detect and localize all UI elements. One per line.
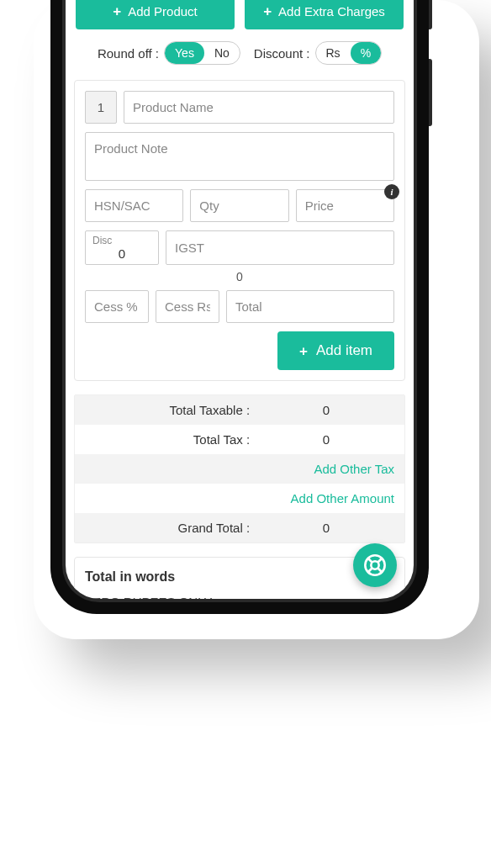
- add-extra-charges-button[interactable]: + Add Extra Charges: [245, 0, 404, 29]
- add-product-button[interactable]: + Add Product: [76, 0, 235, 29]
- svg-line-5: [378, 569, 383, 573]
- cess-pct-input[interactable]: [85, 290, 149, 323]
- product-note-input[interactable]: [85, 132, 394, 181]
- add-extra-charges-label: Add Extra Charges: [278, 4, 385, 19]
- discount-pct-option[interactable]: %: [351, 42, 381, 64]
- total-in-words-value: ZERO RUPEES ONLY: [85, 595, 212, 599]
- app-screen: + Add Product + Add Extra Charges Round …: [66, 0, 414, 599]
- discount-label: Discount :: [254, 46, 310, 61]
- igst-computed-value: 0: [85, 270, 394, 283]
- phone-frame: + Add Product + Add Extra Charges Round …: [50, 0, 429, 614]
- product-card: 1 i Disc 0: [74, 80, 405, 381]
- phone-side-button: [429, 0, 432, 29]
- total-taxable-value: 0: [258, 403, 394, 417]
- price-input[interactable]: [296, 189, 394, 222]
- grand-total-value: 0: [258, 521, 394, 535]
- total-in-words-title: Total in words: [85, 569, 394, 585]
- cess-rs-input[interactable]: [156, 290, 219, 323]
- disc-value: 0: [92, 246, 151, 261]
- roundoff-no-option[interactable]: No: [204, 42, 240, 64]
- qty-input[interactable]: [190, 189, 288, 222]
- svg-line-2: [367, 558, 372, 562]
- plus-icon: +: [299, 344, 308, 358]
- add-other-amount-link[interactable]: Add Other Amount: [291, 491, 394, 505]
- lifebuoy-icon: [363, 553, 387, 577]
- roundoff-yes-option[interactable]: Yes: [165, 42, 204, 64]
- plus-icon: +: [113, 4, 121, 19]
- add-item-label: Add item: [316, 342, 372, 359]
- discount-input[interactable]: Disc 0: [85, 230, 159, 265]
- total-tax-value: 0: [258, 432, 394, 447]
- add-product-label: Add Product: [128, 4, 198, 19]
- add-other-tax-link[interactable]: Add Other Tax: [314, 462, 394, 476]
- add-item-button[interactable]: + Add item: [277, 331, 394, 370]
- roundoff-label: Round off :: [98, 46, 159, 61]
- plus-icon: +: [263, 4, 272, 19]
- svg-line-4: [367, 569, 372, 573]
- svg-line-3: [378, 558, 383, 562]
- info-icon[interactable]: i: [384, 184, 399, 199]
- total-input[interactable]: [226, 290, 394, 323]
- igst-input[interactable]: [166, 230, 394, 265]
- roundoff-toggle[interactable]: Yes No: [164, 41, 240, 65]
- total-tax-label: Total Tax :: [85, 432, 258, 447]
- totals-section: Total Taxable : 0 Total Tax : 0 Add Othe…: [74, 394, 405, 543]
- discount-toggle[interactable]: Rs %: [315, 41, 383, 65]
- grand-total-label: Grand Total :: [85, 521, 258, 535]
- svg-point-1: [371, 561, 378, 569]
- hsn-sac-input[interactable]: [85, 189, 183, 222]
- product-name-input[interactable]: [124, 91, 394, 124]
- total-taxable-label: Total Taxable :: [85, 403, 258, 417]
- discount-rs-option[interactable]: Rs: [316, 42, 351, 64]
- help-fab-button[interactable]: [353, 543, 397, 587]
- disc-label: Disc: [92, 235, 151, 246]
- phone-side-button: [429, 59, 432, 126]
- product-index: 1: [85, 91, 117, 124]
